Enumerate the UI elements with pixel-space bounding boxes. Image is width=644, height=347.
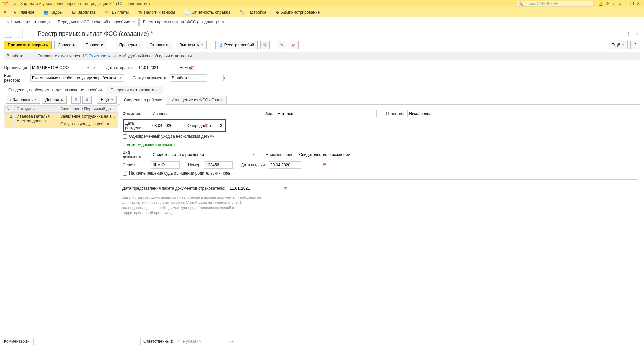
doc-name-input[interactable] (298, 151, 405, 158)
hamburger-icon[interactable]: ≡ (12, 1, 17, 7)
doc-number-input[interactable] (204, 161, 233, 169)
reestr-type-select[interactable]: ▾ (30, 74, 124, 82)
menu-admin[interactable]: ⚙Администрирование (272, 9, 324, 16)
menu-payments[interactable]: 📂Выплаты (101, 9, 133, 16)
star-icon[interactable]: ☆ (612, 1, 616, 6)
dropdown-icon[interactable]: ▾ (251, 151, 257, 158)
court-checkbox[interactable]: Наличие решения суда о лишении родительс… (123, 171, 230, 176)
gear-icon: ⚙ (276, 10, 279, 15)
menu-cadres[interactable]: 👥Кадры (40, 9, 67, 16)
fill-button[interactable]: ↓Заполнить (6, 96, 40, 104)
kebab-icon[interactable]: ⋮ (625, 30, 632, 38)
doc-name-label: Наименование: (266, 152, 295, 157)
send-date-input[interactable]: 📅 (137, 64, 171, 71)
nav-back-button[interactable]: ← (4, 30, 12, 38)
issue-date-input[interactable]: 📅 (269, 161, 301, 169)
series-input[interactable] (151, 161, 180, 169)
right-panel: Сведения о ребенке Извещение из ФСС / От… (118, 94, 640, 273)
panels-icon[interactable]: ≡ (619, 1, 621, 6)
send-button[interactable]: Отправить (146, 41, 173, 49)
nav-forward-button[interactable]: → (15, 30, 23, 38)
menu-reports[interactable]: 📄Отчетность, справки (180, 9, 234, 16)
doc-type-select[interactable]: ▾ (151, 151, 257, 158)
refresh-button[interactable]: ↻ (277, 41, 286, 49)
submit-date-input[interactable]: 📅 (228, 185, 260, 192)
split-panel: ↓Заполнить Добавить ⬆ ⬇ Ещё N Сотрудник … (4, 94, 640, 273)
status-select[interactable]: ▾ (170, 74, 207, 82)
patronymic-input[interactable] (407, 110, 511, 117)
menu-salary[interactable]: ▤Зарплата (68, 9, 100, 16)
bell-icon[interactable]: 🔔 (598, 1, 603, 6)
onec-report-link[interactable]: 1С-Отчетность (82, 54, 110, 58)
search-placeholder: Поиск Ctrl+Shift+F (525, 1, 558, 6)
multi-care-checkbox[interactable]: Одновременный уход за несколькими детьми (123, 134, 215, 139)
help-button[interactable]: ? (630, 41, 640, 49)
move-down-button[interactable]: ⬇ (82, 96, 92, 104)
tab-insurer-info[interactable]: Сведения о страхователе (106, 86, 163, 94)
calendar-icon[interactable]: 📅 (322, 162, 326, 168)
section-title: Подтверждающий документ (123, 142, 635, 147)
tab-child-info[interactable]: Сведения о ребенке (120, 96, 166, 105)
menu-settings[interactable]: 🔧Настройка (235, 9, 270, 16)
calendar-icon[interactable]: 📅 (283, 185, 287, 192)
arrow-down-icon: ↓ (9, 97, 11, 102)
attach-button[interactable]: 📎 (260, 41, 270, 49)
registry-button[interactable]: 🖨Реестр пособий (215, 41, 258, 49)
menu-main[interactable]: ★Главное (9, 9, 38, 16)
search-icon: 🔍 (518, 1, 523, 6)
col-n[interactable]: N (5, 106, 15, 113)
close-icon[interactable]: ✕ (637, 1, 640, 6)
row-org: Организация: ▾ ↗ Дата отправки: 📅 Номер: (4, 63, 640, 72)
save-button[interactable]: Записать (54, 41, 79, 49)
col-application[interactable]: Заявление / Первичный до... (58, 106, 118, 113)
tab-close-icon[interactable]: ✕ (132, 20, 135, 24)
order-input[interactable] (215, 122, 224, 129)
folder-icon: 📂 (105, 10, 110, 15)
employee-table[interactable]: N Сотрудник Заявление / Первичный до... … (4, 105, 118, 273)
status-bar: В работе Отправьте отчет через 1С-Отчетн… (4, 52, 640, 60)
name-input[interactable] (276, 110, 377, 117)
search-input[interactable]: 🔍 Поиск Ctrl+Shift+F (517, 1, 594, 7)
page-header: ← → Реестр прямых выплат ФСС (создание) … (4, 28, 640, 41)
status-link[interactable]: В работе (7, 54, 23, 58)
post-button[interactable]: Провести (82, 41, 107, 49)
dropdown-icon[interactable]: ▾ (118, 75, 124, 81)
left-more-button[interactable]: Ещё (97, 96, 117, 104)
menu-taxes[interactable]: %Налоги и взносы (134, 9, 179, 16)
org-select[interactable]: ▾ ↗ (30, 64, 97, 71)
birth-date-input[interactable]: 📅 (151, 122, 183, 129)
titlebar: 1C ≡ Зарплата и управление персоналом, р… (0, 0, 644, 7)
app-title: Зарплата и управление персоналом, редакц… (20, 1, 150, 6)
page-title: Реестр прямых выплат ФСС (создание) * (38, 30, 153, 38)
name-label: Имя: (264, 111, 273, 116)
page-close-icon[interactable]: ✕ (634, 30, 640, 38)
org-input[interactable] (31, 64, 85, 71)
move-up-button[interactable]: ⬆ (71, 96, 81, 104)
tab-fss-notice[interactable]: Извещение из ФСС / Отказ (167, 96, 226, 104)
tab-close-icon[interactable]: ✕ (222, 20, 224, 24)
home-icon: ⌂ (6, 20, 9, 24)
tab-fss-transfer[interactable]: Передача в ФСС сведений о пособиях✕ (54, 18, 138, 26)
more-button[interactable]: Ещё (608, 41, 628, 49)
surname-input[interactable] (151, 110, 255, 117)
history-icon[interactable]: ⟳ (606, 1, 609, 6)
col-employee[interactable]: Сотрудник (15, 106, 58, 113)
page-content: ← → Реестр прямых выплат ФСС (создание) … (0, 26, 644, 275)
restore-icon[interactable]: ❐ (630, 1, 634, 6)
tab-home[interactable]: ⌂Начальная страница (3, 18, 53, 26)
add-button[interactable]: Добавить (42, 96, 67, 104)
open-icon[interactable]: ↗ (91, 64, 97, 71)
menu-toggle-icon[interactable]: ≡ (3, 9, 8, 16)
status-hint-1: Отправьте отчет через (38, 54, 80, 58)
tab-registry-create[interactable]: Реестр прямых выплат ФСС (создание) *✕ (139, 18, 228, 26)
dropdown-icon[interactable]: ▾ (223, 75, 225, 81)
upload-button[interactable]: Выгрузить (176, 41, 207, 49)
tab-assignment-info[interactable]: Сведения, необходимые для назначения пос… (4, 86, 106, 94)
cancel-button[interactable]: ⊘ (289, 41, 299, 49)
post-close-button[interactable]: Провести и закрыть (4, 41, 52, 49)
number-input[interactable] (196, 64, 226, 71)
table-row[interactable]: 1 Иванова Наталья Александровна Заявлени… (5, 113, 118, 120)
minimize-icon[interactable]: — (624, 1, 628, 6)
check-button[interactable]: Проверить (116, 41, 143, 49)
dropdown-icon[interactable]: ▾ (85, 64, 91, 71)
